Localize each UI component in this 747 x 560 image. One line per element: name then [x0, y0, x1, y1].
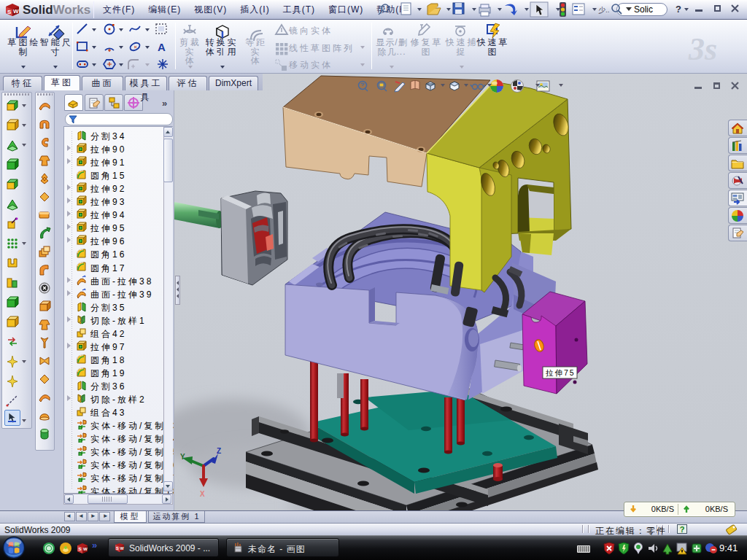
svg-text:W: W [13, 8, 19, 15]
svg-text:X: X [200, 490, 205, 498]
svg-text:W: W [120, 546, 125, 551]
svg-text:Z: Z [217, 447, 221, 455]
svg-text:W: W [83, 547, 88, 551]
svg-text:S: S [116, 546, 119, 551]
svg-text:拉伸75: 拉伸75 [546, 368, 576, 377]
svg-text:Y: Y [180, 453, 185, 461]
svg-text:少..: 少.. [598, 6, 610, 14]
svg-text:S: S [7, 9, 12, 15]
svg-text:S: S [79, 547, 82, 551]
svg-text:A: A [158, 41, 166, 53]
